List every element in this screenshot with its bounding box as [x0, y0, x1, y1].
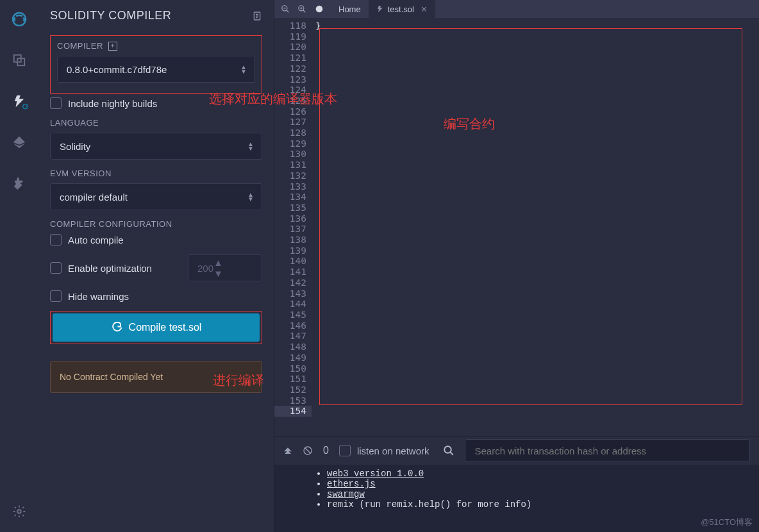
add-compiler-icon[interactable]: +: [108, 42, 117, 51]
settings-icon[interactable]: [8, 500, 31, 523]
tab-file-label: test.sol: [388, 4, 414, 14]
code-area[interactable]: }: [312, 18, 759, 436]
nightly-label: Include nightly builds: [68, 98, 157, 109]
plugin-icon[interactable]: [8, 172, 31, 195]
close-tab-icon[interactable]: ✕: [421, 4, 428, 14]
compiler-icon[interactable]: [8, 90, 31, 113]
tab-home[interactable]: Home: [331, 0, 369, 18]
language-value: Solidity: [60, 141, 90, 152]
chevron-updown-icon: ▲▼: [247, 142, 254, 151]
evm-label: EVM VERSION: [50, 169, 262, 178]
terminal-output: web3 version 1.0.0ethers.jsswarmgwremix …: [274, 465, 759, 532]
compile-button[interactable]: Compile test.sol: [53, 313, 260, 342]
panel-title: SOLIDITY COMPILER: [50, 9, 171, 22]
svg-point-3: [17, 510, 21, 513]
svg-point-15: [316, 6, 323, 13]
hidewarnings-checkbox[interactable]: [50, 290, 62, 302]
deploy-icon[interactable]: [8, 131, 31, 154]
optimize-label: Enable optimization: [68, 263, 181, 274]
tab-testfile[interactable]: test.sol ✕: [369, 0, 435, 18]
optimize-checkbox[interactable]: [50, 262, 62, 274]
solidity-file-icon: [376, 5, 384, 13]
chevron-updown-icon: ▲▼: [247, 192, 254, 201]
code-editor[interactable]: 1181191201211221231241251261271281291301…: [274, 18, 759, 436]
tab-home-label: Home: [338, 4, 361, 14]
evm-select[interactable]: compiler default ▲▼: [50, 183, 262, 210]
nightly-checkbox[interactable]: [50, 97, 62, 109]
compile-button-label: Compile test.sol: [129, 322, 202, 333]
language-label: LANGUAGE: [50, 118, 262, 128]
runs-input[interactable]: 200 ▲▼: [188, 254, 262, 281]
remix-logo-icon[interactable]: [8, 8, 31, 31]
autocompile-checkbox[interactable]: [50, 234, 62, 245]
terminal: 0 listen on network web3 version 1.0.0et…: [274, 436, 759, 532]
terminal-search-input[interactable]: [465, 439, 750, 462]
compiler-select[interactable]: 0.8.0+commit.c7dfd78e ▲▼: [57, 56, 255, 83]
pending-count: 0: [323, 445, 329, 456]
compiler-value: 0.8.0+commit.c7dfd78e: [67, 64, 167, 75]
search-icon[interactable]: [443, 445, 455, 456]
hidewarnings-label: Hide warnings: [68, 291, 129, 302]
docs-icon[interactable]: [252, 11, 262, 21]
autocompile-label: Auto compile: [68, 235, 124, 245]
no-contract-message: No Contract Compiled Yet: [50, 361, 262, 393]
tab-bar: Home test.sol ✕: [274, 0, 759, 18]
svg-line-9: [287, 10, 289, 13]
zoom-in-icon[interactable]: [297, 4, 306, 13]
language-select[interactable]: Solidity ▲▼: [50, 133, 262, 160]
refresh-icon: [111, 322, 122, 333]
runs-value: 200: [197, 263, 213, 274]
zoom-out-icon[interactable]: [281, 4, 290, 13]
listen-checkbox[interactable]: [339, 445, 351, 456]
clear-icon[interactable]: [303, 445, 313, 456]
svg-line-19: [451, 452, 454, 455]
compiler-panel: SOLIDITY COMPILER COMPILER + 0.8.0+commi…: [38, 0, 274, 532]
svg-line-12: [303, 10, 306, 13]
svg-point-18: [445, 446, 452, 453]
code-text: }: [315, 21, 321, 31]
evm-value: compiler default: [60, 192, 128, 203]
main-area: Home test.sol ✕ 118119120121122123124125…: [274, 0, 759, 532]
icon-sidebar: [0, 0, 38, 532]
file-explorer-icon[interactable]: [8, 49, 31, 72]
line-gutter: 1181191201211221231241251261271281291301…: [274, 18, 312, 436]
listen-label: listen on network: [357, 445, 430, 456]
home-icon[interactable]: [314, 4, 324, 14]
watermark: @51CTO博客: [701, 517, 753, 528]
chevron-updown-icon: ▲▼: [213, 257, 223, 279]
compiler-label: COMPILER: [57, 41, 103, 51]
svg-line-17: [305, 448, 310, 453]
terminal-toggle-icon[interactable]: [283, 447, 292, 454]
config-label: COMPILER CONFIGURATION: [50, 219, 262, 229]
chevron-updown-icon: ▲▼: [240, 65, 247, 74]
